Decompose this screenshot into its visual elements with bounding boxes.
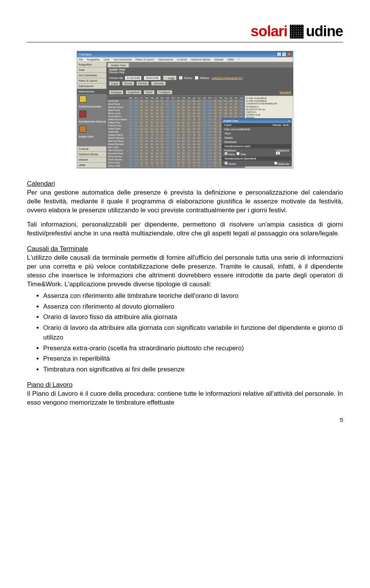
window-title: TWClient	[79, 53, 91, 56]
tab-analisi-orari[interactable]: Analisi Orari	[108, 63, 129, 67]
calendari-body: Per una gestione automatica delle presen…	[27, 188, 343, 215]
panel-subtitle: Stampe Help	[109, 71, 124, 74]
copia-button[interactable]: Copia	[109, 81, 120, 86]
popup-row: Dato non modificabile	[222, 127, 291, 131]
cancel-icon	[79, 111, 86, 118]
bullet-item: Presenza in reperibilità	[43, 354, 343, 364]
strumenti-link[interactable]: Strumenti	[279, 91, 291, 94]
menu-item[interactable]: Anagrafica	[87, 58, 99, 61]
popup-row: Domenica	[222, 140, 291, 144]
popup-row: Sabato	[222, 136, 291, 140]
chart-icon	[79, 126, 86, 133]
date-from-field[interactable]: 01/09/2008	[125, 76, 141, 80]
piano-title: Piano di Lavoro	[27, 381, 343, 389]
date-to-field[interactable]: 30/09/2008	[144, 76, 160, 80]
logo-cube-icon	[290, 25, 304, 39]
lunghezza-label: Lunghezza	[276, 149, 289, 152]
settings-popup: Analisi Orari× Colori Sfondo Testo Dato …	[222, 118, 292, 166]
sidenav-section: Elaborazione	[77, 89, 106, 94]
sidenav-item-label: Analisi Orari	[77, 134, 106, 139]
menu-bar[interactable]: File Anagrafica Orari Voci Generiche Pia…	[77, 57, 293, 62]
assegna-button[interactable]: Assegna	[109, 90, 123, 94]
maximize-button[interactable]: □	[282, 52, 286, 57]
side-navigation: Anagrafica Orari Voci Generiche Piano di…	[77, 62, 107, 168]
copertura-button[interactable]: Copertura	[126, 90, 141, 94]
menu-item[interactable]: Utilità	[227, 58, 234, 61]
bullet-item: Assenza con riferimento alle timbrature …	[43, 291, 343, 301]
teorico-checkbox[interactable]: ✓Teorico	[179, 76, 193, 80]
sidenav-item[interactable]	[77, 94, 106, 104]
sidenav-tab[interactable]: Utilità	[77, 163, 106, 168]
causali-title: Causali da Terminale	[27, 245, 343, 253]
bullet-item: Assenza con riferimento al dovuto giorna…	[43, 302, 343, 312]
minimize-button[interactable]: _	[277, 52, 281, 57]
menu-item[interactable]: Voci Generiche	[113, 58, 131, 61]
calendari-title: Calendari	[27, 180, 343, 188]
bullet-item: Timbratura non significativa ai fini del…	[43, 365, 343, 375]
warning-icon	[79, 96, 86, 102]
menu-item[interactable]: Controlli	[177, 58, 187, 61]
sidenav-tab[interactable]: Piano di Lavoro	[77, 78, 106, 84]
page-header: solari udine	[27, 23, 343, 42]
effettivo-checkbox[interactable]: Effettivo	[195, 76, 209, 80]
bullet-item: Orario di lavoro da attribuire alla gior…	[43, 323, 343, 343]
sidenav-item[interactable]	[77, 124, 106, 134]
popup-title: Analisi Orari	[224, 119, 238, 122]
cancella-button[interactable]: Cancella	[151, 81, 165, 86]
menu-item[interactable]: Orari	[104, 58, 110, 61]
sidenav-tab[interactable]: Orari	[77, 67, 106, 73]
menu-item[interactable]: ?	[238, 58, 239, 61]
logo-text-udine: udine	[306, 23, 343, 40]
panel-title: Analisi Orari Stampe Help	[107, 67, 293, 74]
calendari-body-2: Tali informazioni, personalizzabili per …	[27, 220, 343, 238]
popup-section-vis-orario: Visualizzazione orario	[222, 144, 291, 148]
menu-item[interactable]: Gestione Mensa	[191, 58, 210, 61]
sidenav-tab[interactable]: Gestione Mensa	[77, 152, 106, 157]
scrivi-button[interactable]: Scrivi	[144, 90, 154, 94]
popup-section-vis-dip: Visualizzazione dipendenti	[222, 156, 291, 161]
configura-button[interactable]: Configura	[157, 90, 172, 94]
popup-close-icon[interactable]: ×	[288, 119, 290, 122]
logo-text-solari: solari	[251, 23, 287, 40]
sidenav-item-label: Gestione Anomalie	[77, 104, 106, 109]
menu-item[interactable]: File	[79, 58, 83, 61]
fine-radio[interactable]	[236, 152, 240, 155]
nome-radio[interactable]	[224, 161, 228, 165]
lunghezza-field[interactable]: 2	[276, 152, 280, 155]
sidenav-tab[interactable]: Intranet	[77, 157, 106, 163]
causali-body: L'utilizzo delle causali da terminale pe…	[27, 254, 343, 289]
piano-body: Il Piano di Lavoro è il cuore della proc…	[27, 390, 343, 407]
sidenav-tab[interactable]: Controlli	[77, 146, 106, 152]
close-button[interactable]: ×	[287, 52, 291, 57]
sidenav-tab[interactable]: Voci Generiche	[77, 73, 106, 78]
sidenav-tab[interactable]: Anagrafica	[77, 62, 106, 67]
bullet-item: Orario di lavoro fisso da attribuire all…	[43, 312, 343, 322]
menu-item[interactable]: Elaborazioni	[158, 58, 173, 61]
selezione-dipendenti-link[interactable]: Selezione Dipendenti (22)	[212, 77, 243, 79]
company-logo: solari udine	[251, 23, 343, 40]
popup-row: Titolo	[222, 131, 291, 136]
sidenav-tab[interactable]: Elaborazioni	[77, 84, 106, 89]
panel-title-text: Analisi Orari	[109, 68, 125, 71]
leggi-button[interactable]: ✓Leggi	[163, 76, 177, 80]
sidenav-item[interactable]	[77, 109, 106, 119]
inizio-radio[interactable]	[224, 152, 228, 155]
sidenav-item-label: Annullamento Elaborazioni	[77, 119, 106, 124]
menu-item[interactable]: Intranet	[214, 58, 224, 61]
bullet-item: Presenza extra-orario (scelta fra straor…	[43, 343, 343, 353]
incolla-button[interactable]: Incolla	[122, 81, 134, 86]
page-number: 5	[27, 417, 343, 423]
posizione-label: Posizione	[224, 149, 236, 152]
matricola-radio[interactable]	[274, 161, 278, 165]
periodo-label: Periodo dal	[109, 77, 123, 79]
popup-section-colori: Colori Sfondo Testo	[222, 123, 291, 127]
menu-item[interactable]: Piano di Lavoro	[136, 58, 155, 61]
causali-bullets: Assenza con riferimento alle timbrature …	[27, 291, 343, 374]
window-titlebar: TWClient _ □ ×	[77, 51, 293, 57]
app-screenshot: TWClient _ □ × File Anagrafica Orari Voc…	[77, 51, 293, 168]
elimina-button[interactable]: Elimina	[136, 81, 149, 86]
